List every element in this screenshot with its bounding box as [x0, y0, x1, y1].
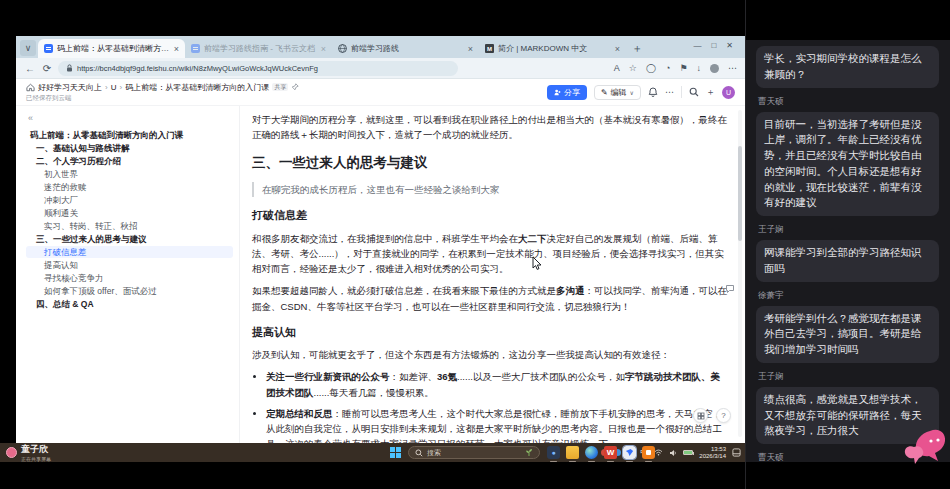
sidebar-item[interactable]: 迷茫的救赎 — [26, 181, 233, 193]
refresh-icon[interactable]: ⟳ — [41, 63, 53, 74]
user-avatar[interactable]: U — [722, 86, 735, 99]
chat-message-list[interactable]: 学长，实习期间学校的课程是怎么兼顾的？ 曹天硕 目前研一，当初选择了考研但是没上… — [746, 40, 950, 462]
sidebar-item-section2[interactable]: 二、个人学习历程介绍 — [26, 155, 233, 167]
doc-content-area[interactable]: 对于大学期间的历程分享，就到这里，可以看到我在职业路径上的付出是相当大的（基本就… — [240, 106, 745, 443]
sharing-status-text: 正在共享屏幕 — [21, 456, 51, 462]
breadcrumb-current[interactable]: 码上前端：从零基础到清晰方向的入门课 — [125, 82, 269, 93]
extension-icon[interactable]: ◯ — [646, 64, 656, 73]
battery-icon[interactable] — [683, 450, 693, 455]
comment-bubble-icon[interactable] — [725, 284, 735, 294]
edit-button[interactable]: ✎ 编辑 ∨ — [594, 85, 641, 100]
maximize-icon[interactable]: □ — [711, 41, 716, 50]
pin-icon[interactable] — [291, 83, 299, 91]
taskbar-app-edge-icon[interactable] — [585, 446, 598, 459]
sidebar-item-section1[interactable]: 一、基础认知与路线讲解 — [26, 142, 233, 154]
address-bar[interactable]: https://bcn4dbjqf9gd.feishu.cn/wiki/N8zM… — [58, 61, 458, 76]
breadcrumb-separator: › — [119, 83, 122, 92]
tab-close-icon[interactable]: × — [321, 44, 326, 54]
tab-close-icon[interactable]: × — [174, 44, 179, 54]
screen-share-area: ∨ 码上前端：从零基础到清晰方向的入门课 × 前端学习路线指南 - 飞书云文档 … — [0, 0, 745, 489]
more-actions-icon[interactable]: ⋯ — [665, 87, 674, 97]
tab-search-chevron-icon[interactable]: ∨ — [20, 40, 36, 56]
feishu-header: 好好学习天天向上 › U › 码上前端：从零基础到清晰方向的入门课 共享 已经保… — [16, 79, 745, 106]
feishu-header-actions: 分享 ✎ 编辑 ∨ ⋯ ＋ U — [547, 85, 735, 100]
copilot-icon[interactable]: ◔ — [665, 64, 670, 73]
taskbar-app-orange-icon[interactable] — [642, 446, 655, 459]
browser-tab[interactable]: 前端学习路线 × — [332, 39, 479, 58]
browser-tab-active[interactable]: 码上前端：从零基础到清晰方向的入门课 × — [38, 39, 185, 58]
clock-date: 2026/3/14 — [699, 453, 726, 460]
search-highlight-icon — [525, 448, 533, 457]
sidebar-item[interactable]: 冲刺大厂 — [26, 194, 233, 206]
sidebar-collapse-icon[interactable]: « — [28, 113, 233, 123]
bell-icon[interactable] — [648, 87, 658, 97]
browser-tab-strip: ∨ 码上前端：从零基础到清晰方向的入门课 × 前端学习路线指南 - 飞书云文档 … — [16, 36, 745, 58]
chat-sticker — [900, 425, 948, 467]
sidebar-item-section4[interactable]: 四、总结 & QA — [26, 298, 233, 310]
markdown-favicon: M — [485, 44, 494, 53]
clock-time: 13:53 — [699, 446, 726, 453]
taskbar-app-explorer-icon[interactable] — [566, 446, 579, 459]
browser-window: ∨ 码上前端：从零基础到清晰方向的入门课 × 前端学习路线指南 - 飞书云文档 … — [16, 36, 745, 443]
taskbar-app-teams-icon[interactable]: ● — [547, 446, 560, 459]
sidebar-item[interactable]: 初入世界 — [26, 168, 233, 180]
tab-close-icon[interactable]: × — [468, 44, 473, 54]
more-menu-icon[interactable]: ⋯ — [728, 64, 737, 73]
taskbar-search[interactable]: 搜索 — [408, 446, 540, 459]
share-button[interactable]: 分享 — [547, 85, 587, 100]
notification-center-icon[interactable] — [732, 448, 741, 457]
breadcrumb: 好好学习天天向上 › U › 码上前端：从零基础到清晰方向的入门课 共享 已经保… — [26, 82, 299, 103]
feishu-body: « 码上前端：从零基础到清晰方向的入门课 一、基础认知与路线讲解 二、个人学习历… — [16, 106, 745, 443]
favorite-star-icon[interactable]: ☆ — [629, 64, 637, 73]
divider — [681, 86, 682, 98]
taskbar-clock[interactable]: 13:53 2026/3/14 — [699, 446, 726, 460]
collections-flag-icon[interactable]: ⚑ — [679, 64, 687, 73]
sidebar-item[interactable]: 如何拿下顶级 offer、面试必过 — [26, 285, 233, 297]
sidebar-item[interactable]: 顺利通关 — [26, 207, 233, 219]
new-tab-button[interactable]: ＋ — [630, 41, 644, 55]
browser-tab[interactable]: M 简介 | MARKDOWN 中文 × — [479, 39, 626, 58]
doc-scrollbar-thumb[interactable] — [738, 146, 742, 241]
download-icon[interactable]: ↓ — [697, 64, 702, 73]
doc-bullet: 定期总结和反思：睡前可以思考思考人生，这个时代大家总是很忙碌，睡前放下手机安静的… — [266, 406, 729, 443]
sharing-user-indicator[interactable]: 童子欣 正在共享屏幕 — [6, 443, 51, 462]
tab-close-icon[interactable]: × — [615, 44, 620, 54]
chat-bubble: 考研能学到什么？感觉现在都是课外自己去学习，搞项目。考研是给我们增加学习时间吗 — [756, 306, 939, 363]
wifi-icon[interactable] — [654, 449, 663, 456]
share-button-label: 分享 — [564, 87, 580, 98]
shared-badge: 共享 — [272, 83, 288, 91]
doc-paragraph: 如果想要超越同龄人，就必须打破信息差，在我看来眼下最佳的方式就是多沟通：可以找同… — [252, 283, 729, 313]
profile-icon[interactable] — [710, 64, 719, 73]
sidebar-item[interactable]: 提高认知 — [26, 259, 233, 271]
minimize-icon[interactable]: — — [693, 41, 701, 50]
chat-sender-name: 王子娴 — [758, 224, 941, 236]
browser-tab[interactable]: 前端学习路线指南 - 飞书云文档 × — [185, 39, 332, 58]
screenshot-root: ∨ 码上前端：从零基础到清晰方向的入门课 × 前端学习路线指南 - 飞书云文档 … — [0, 0, 950, 489]
sidebar-item-active[interactable]: 打破信息差 — [26, 246, 233, 258]
breadcrumb-root[interactable]: 好好学习天天向上 — [38, 82, 102, 93]
home-icon[interactable] — [26, 83, 35, 92]
back-icon[interactable]: ← — [24, 63, 36, 74]
sidebar-item-doc-title[interactable]: 码上前端：从零基础到清晰方向的入门课 — [26, 129, 233, 141]
search-placeholder: 搜索 — [427, 448, 441, 458]
read-aloud-icon[interactable]: A — [614, 64, 620, 73]
start-button[interactable] — [390, 447, 401, 458]
sidebar-item[interactable]: 实习、转岗、转正、秋招 — [26, 220, 233, 232]
chevron-down-icon: ∨ — [630, 89, 634, 96]
widgets-button[interactable] — [693, 408, 708, 423]
help-button[interactable]: ? — [716, 408, 731, 423]
taskbar-app-feishu-icon[interactable] — [623, 446, 636, 459]
create-plus-icon[interactable]: ＋ — [706, 86, 715, 99]
doc-body: 对于大学期间的历程分享，就到这里，可以看到我在职业路径上的付出是相当大的（基本就… — [252, 112, 729, 443]
taskbar-app-wps-icon[interactable]: W — [604, 446, 617, 459]
sidebar-item-section3[interactable]: 三、一些过来人的思考与建议 — [26, 233, 233, 245]
taskbar-apps: ● W — [547, 446, 655, 459]
close-icon[interactable]: ✕ — [726, 41, 733, 50]
globe-favicon — [338, 44, 347, 53]
search-icon[interactable] — [689, 87, 699, 97]
sidebar-item[interactable]: 寻找核心竞争力 — [26, 272, 233, 284]
chat-sender-name: 曹天硕 — [758, 96, 941, 108]
chat-sender-name: 徐萧宇 — [758, 290, 941, 302]
breadcrumb-folder[interactable]: U — [111, 83, 117, 92]
volume-icon[interactable] — [669, 449, 677, 457]
